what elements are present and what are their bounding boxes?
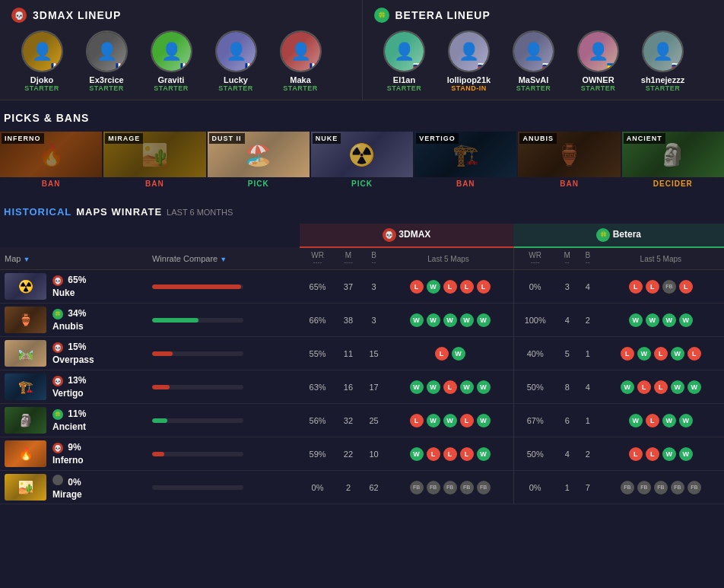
winrate-bar-wrapper <box>152 351 295 356</box>
t1-wr-value: 59% <box>300 437 335 471</box>
player-flag: 🇫🇷 <box>49 62 60 69</box>
winrate-bar-track <box>152 485 243 490</box>
result-badge-w: W <box>629 414 643 427</box>
map-name-label: Vertigo <box>52 388 86 399</box>
t2-b-value: 1 <box>578 404 598 437</box>
player-avatar: 👤 🇫🇷 <box>280 30 322 72</box>
winrate-bar-track <box>152 284 243 289</box>
player-name: Maka <box>290 75 311 84</box>
t2-b-value: 1 <box>578 337 598 370</box>
map-bg: 🏜️ MIRAGE <box>103 132 205 177</box>
t1-m-value: 16 <box>335 370 361 404</box>
map-card-nuke: ☢️ NUKE PICK <box>311 132 413 192</box>
t2-last5-badges: LLFBL <box>602 280 719 294</box>
t2-last5-cell: FBFBFBFBFB <box>598 471 724 504</box>
t2-m-value: 8 <box>557 370 578 404</box>
t1-wr-col: WR---- <box>300 247 335 270</box>
t2-m-value: 6 <box>557 404 578 437</box>
stats-table: 💀 3DMAX 🍀 Betera Map ▼ <box>0 224 724 504</box>
map-card-ancient: 🗿 ANCIENT DECIDER <box>622 132 724 192</box>
result-badge-w: W <box>427 380 440 394</box>
t2-wr-value: 0% <box>513 471 556 504</box>
t2-b-value: 4 <box>578 270 598 304</box>
result-badge-l: L <box>629 447 643 461</box>
player-avatar: 👤 🇷🇺 <box>642 30 684 72</box>
player-card-lucky: 👤 🇫🇷 Lucky STARTER <box>205 30 266 92</box>
player-flag: 🇺🇦 <box>605 62 616 69</box>
result-badge-w: W <box>679 447 693 461</box>
stats-table-container: 💀 3DMAX 🍀 Betera Map ▼ <box>0 224 724 504</box>
result-badge-w: W <box>477 380 491 394</box>
table-row: 🏜️ 0% Mirage 0% 2 62 FBFBFBFBFB 0% 1 <box>0 471 724 504</box>
winrate-bar-track <box>152 452 243 456</box>
t2-wr-value: 0% <box>513 270 556 304</box>
t1-last5-badges: FBFBFBFBFB <box>391 481 508 494</box>
team-icon-3dmax: 💀 <box>11 8 27 23</box>
t2-last5-badges: FBFBFBFBFB <box>602 481 719 494</box>
map-card-mirage: 🏜️ MIRAGE BAN <box>103 132 205 192</box>
winrate-bar-cell <box>148 471 300 504</box>
wr-compare-col-header[interactable]: Winrate Compare ▼ <box>148 247 300 270</box>
table-row: 🛤️ 💀 15% Overpass 55% 11 15 LW 40% 5 <box>0 337 724 370</box>
winrate-bar-wrapper <box>152 318 295 323</box>
result-badge-w: W <box>460 313 474 327</box>
player-role: STARTER <box>89 84 123 92</box>
t1-wr-value: 66% <box>300 304 335 337</box>
3dmax-name-header: 3DMAX <box>399 229 430 240</box>
result-badge-l: L <box>410 414 424 427</box>
result-badge-w: W <box>646 313 659 327</box>
result-badge-w: W <box>410 447 424 461</box>
winrate-bar-wrapper <box>152 452 295 456</box>
t2-last5-badges: LWLWL <box>602 347 719 361</box>
winrate-bar-track <box>152 351 243 356</box>
t1-last5-badges: WLLLW <box>391 447 508 461</box>
map-status: PICK <box>311 177 413 190</box>
map-label: ANUBIS <box>519 133 557 144</box>
map-wr-pct: 15% <box>68 342 86 352</box>
result-badge-w: W <box>621 380 634 394</box>
t1-b-value: 62 <box>361 471 387 504</box>
player-name: OWNER <box>582 75 614 84</box>
map-status: BAN <box>518 177 620 190</box>
result-badge-w: W <box>662 313 676 327</box>
map-label: MIRAGE <box>105 133 143 144</box>
picks-bans-title: PICKS & BANS <box>0 108 724 132</box>
result-badge-w: W <box>662 414 676 427</box>
winrate-bar-wrapper <box>152 284 295 289</box>
table-row: ☢️ 💀 65% Nuke 65% 37 3 LWLLL 0% 3 4 <box>0 270 724 304</box>
map-col-header[interactable]: Map ▼ <box>0 247 148 270</box>
player-avatar: 👤 🇷🇺 <box>383 30 425 72</box>
result-badge-l: L <box>443 380 457 394</box>
t2-m-col: M-- <box>557 247 578 270</box>
t2-m-value: 4 <box>557 304 578 337</box>
t2-wr-value: 67% <box>513 404 556 437</box>
result-badge-l: L <box>477 280 491 294</box>
player-card-ex3rcice: 👤 🇫🇷 Ex3rcice STARTER <box>76 30 137 92</box>
map-name-cell: 🛤️ 💀 15% Overpass <box>0 337 148 370</box>
player-avatar: 👤 🇫🇷 <box>21 30 63 72</box>
t2-wr-value: 50% <box>513 437 556 471</box>
result-badge-w: W <box>427 313 440 327</box>
result-badge-l: L <box>646 414 659 427</box>
t1-last5-cell: LWWLW <box>386 404 513 437</box>
col-headers-row: Map ▼ Winrate Compare ▼ WR---- M---- B--… <box>0 247 724 270</box>
t1-m-value: 11 <box>335 337 361 370</box>
player-name: El1an <box>393 75 415 84</box>
result-badge-l: L <box>460 280 474 294</box>
result-badge-w: W <box>637 347 651 361</box>
map-name-cell: 🏺 🍀 34% Anubis <box>0 304 148 337</box>
map-thumbnail: 🏜️ <box>5 474 46 501</box>
map-bg: 🗿 ANCIENT <box>622 132 724 177</box>
result-badge-w: W <box>427 280 440 294</box>
stats-tbody: ☢️ 💀 65% Nuke 65% 37 3 LWLLL 0% 3 4 <box>0 270 724 504</box>
result-badge-l: L <box>427 447 440 461</box>
t1-last5-cell: LW <box>386 337 513 370</box>
t2-last5-badges: LLWW <box>602 447 719 461</box>
result-badge-l: L <box>443 447 457 461</box>
result-badge-fb: FB <box>460 481 474 494</box>
result-badge-w: W <box>410 313 424 327</box>
map-team-icon-empty <box>52 475 63 485</box>
player-card-lollipop21k: 👤 🇷🇺 lollipop21k STAND-IN <box>439 30 500 92</box>
result-badge-fb: FB <box>637 481 651 494</box>
result-badge-fb: FB <box>427 481 440 494</box>
